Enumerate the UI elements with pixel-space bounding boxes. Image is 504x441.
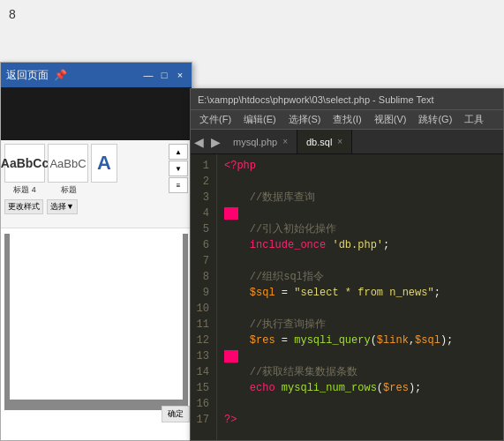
tab-mysql[interactable]: mysql.php × bbox=[224, 130, 297, 153]
tab-mysql-label: mysql.php bbox=[233, 137, 277, 147]
menu-select[interactable]: 选择(S) bbox=[283, 111, 327, 128]
line-numbers: 1234567891011121314151617 bbox=[191, 154, 217, 440]
style-a-icon: A bbox=[97, 152, 111, 175]
code-line-11: //执行查询操作 bbox=[224, 317, 496, 333]
word-page bbox=[10, 234, 183, 400]
sublime-tabs: ◀ ▶ mysql.php × db.sql × bbox=[191, 130, 503, 154]
code-line-5: //引入初始化操作 bbox=[224, 221, 496, 237]
titlebar-controls: — □ × bbox=[142, 69, 186, 81]
style-label-2: 标题 bbox=[49, 184, 89, 196]
minimize-button[interactable]: — bbox=[142, 69, 154, 81]
style-option-btn3[interactable]: ≡ bbox=[169, 177, 188, 193]
menu-file[interactable]: 文件(F) bbox=[194, 111, 237, 128]
style-option-btn2[interactable]: ▼ bbox=[169, 161, 188, 176]
sublime-editor: 1234567891011121314151617 <?php //数据库查询 … bbox=[191, 154, 503, 440]
menu-edit[interactable]: 编辑(E) bbox=[238, 111, 282, 128]
tab-nav-right[interactable]: ▶ bbox=[207, 130, 224, 153]
tab-dbsql[interactable]: db.sql × bbox=[297, 130, 352, 153]
code-line-9: $sql = "select * from n_news"; bbox=[224, 285, 496, 301]
code-line-14: //获取结果集数据条数 bbox=[224, 364, 496, 380]
code-line-6: include_once 'db.php'; bbox=[224, 237, 496, 253]
code-line-2 bbox=[224, 174, 496, 190]
style-box-heading[interactable]: AaBbC bbox=[48, 144, 88, 183]
menu-goto[interactable]: 跳转(G) bbox=[413, 111, 457, 128]
code-area[interactable]: <?php //数据库查询 //引入初始化操作 include_once 'db… bbox=[217, 154, 503, 440]
tab-dbsql-label: db.sql bbox=[306, 137, 332, 147]
sublime-titlebar: E:\xampp\htdocs\phpwork\03\select.php - … bbox=[191, 89, 503, 110]
background-number: 8 bbox=[9, 7, 16, 21]
style-preview-text2: AaBbC bbox=[49, 157, 86, 170]
style-preview-text1: AaBbCc bbox=[1, 156, 49, 170]
code-line-4 bbox=[224, 206, 496, 221]
code-line-3: //数据库查询 bbox=[224, 190, 496, 206]
code-line-1: <?php bbox=[224, 158, 496, 174]
code-line-12: $res = mysqli_query($link,$sql); bbox=[224, 333, 496, 348]
titlebar-left: 返回页面 📌 bbox=[6, 68, 67, 83]
code-line-7 bbox=[224, 253, 496, 269]
maximize-button[interactable]: □ bbox=[158, 69, 170, 81]
code-line-10 bbox=[224, 301, 496, 317]
menu-find[interactable]: 查找(I) bbox=[327, 111, 366, 128]
style-labels: 标题 4 标题 bbox=[4, 184, 188, 196]
word-titlebar: 返回页面 📌 — □ × bbox=[1, 63, 192, 87]
pink-marker-line-4 bbox=[224, 207, 238, 220]
menu-view[interactable]: 视图(V) bbox=[369, 111, 412, 128]
word-toolbar: AaBbCc AaBbC A ▲ ▼ ≡ 标题 4 标题 更改样式 选择▼ bbox=[1, 140, 192, 228]
menu-tools[interactable]: 工具 bbox=[459, 111, 489, 128]
word-page-area bbox=[4, 234, 188, 410]
sublime-window: E:\xampp\htdocs\phpwork\03\select.php - … bbox=[190, 88, 504, 441]
style-option-btn1[interactable]: ▲ bbox=[169, 144, 188, 160]
code-line-8: //组织sql指令 bbox=[224, 269, 496, 285]
toolbar-row-2: 更改样式 选择▼ bbox=[4, 199, 188, 214]
select-button[interactable]: 选择▼ bbox=[47, 199, 78, 214]
confirm-button[interactable]: 确定 bbox=[162, 406, 190, 422]
sublime-menubar: 文件(F) 编辑(E) 选择(S) 查找(I) 视图(V) 跳转(G) 工具 bbox=[191, 110, 503, 130]
word-title: 返回页面 bbox=[6, 68, 49, 83]
code-line-13 bbox=[224, 348, 496, 364]
code-line-17: ?> bbox=[224, 412, 496, 428]
code-line-16 bbox=[224, 396, 496, 412]
tab-dbsql-close[interactable]: × bbox=[337, 137, 342, 146]
sublime-title: E:\xampp\htdocs\phpwork\03\select.php - … bbox=[198, 94, 434, 105]
change-style-button[interactable]: 更改样式 bbox=[4, 199, 43, 214]
word-black-area bbox=[1, 87, 192, 140]
tab-mysql-close[interactable]: × bbox=[282, 137, 288, 146]
style-box-a[interactable]: A bbox=[91, 144, 117, 183]
word-window: 返回页面 📌 — □ × AaBbCc AaBbC A ▲ ▼ bbox=[0, 62, 192, 441]
pin-icon: 📌 bbox=[54, 69, 67, 81]
code-line-15: echo mysqli_num_rows($res); bbox=[224, 380, 496, 396]
close-button[interactable]: × bbox=[174, 69, 186, 81]
style-label-1: 标题 4 bbox=[4, 184, 45, 196]
tab-nav-left[interactable]: ◀ bbox=[191, 130, 207, 153]
confirm-area: 确定 bbox=[1, 414, 192, 421]
style-box-heading4[interactable]: AaBbCc bbox=[4, 144, 45, 183]
pink-marker-line-13 bbox=[224, 350, 238, 363]
